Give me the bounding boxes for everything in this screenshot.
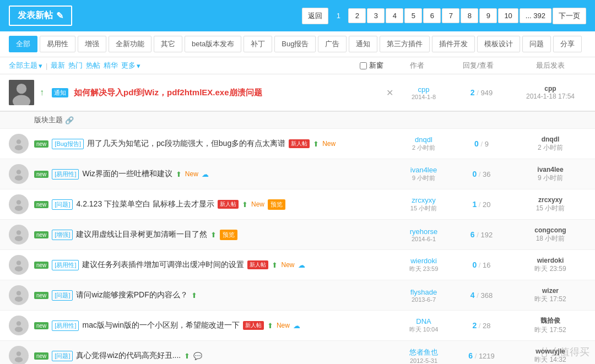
upload-icon: ⬆ [313,140,319,148]
page-1-button[interactable]: 1 [329,8,347,23]
thread-lastpost-time: 昨天 23:59 [515,264,586,274]
thread-title-line: new[增强] 建议用虚线让目录树更加清晰一目了然 ⬆ 预览 [34,230,393,240]
thread-lastpost-time: 昨天 17:52 [515,295,586,304]
thread-views: 9 [485,140,489,148]
thread-author[interactable]: 悠者鱼也 [399,347,448,357]
thread-row: new[问题] 4.2.123 下拉菜单空白 鼠标移上去才显示 新人帖 ⬆ Ne… [0,189,595,220]
tag-new: new [34,201,48,208]
block-topic-icon[interactable]: 🔗 [65,116,74,124]
cloud-icon: ☁ [202,170,209,178]
filter-newest[interactable]: 最新 [51,61,65,70]
tab-patch[interactable]: 补丁 [244,36,272,52]
thread-author-col: flyshade 2013-6-7 [399,288,448,303]
tag-category[interactable]: [问题] [52,351,73,361]
thread-author[interactable]: flyshade [399,288,448,296]
tag-category[interactable]: [Bug报告] [52,139,84,149]
new-text: New [251,200,264,208]
tab-share[interactable]: 分享 [553,36,582,52]
upload-icon: ⬆ [176,170,182,178]
return-button[interactable]: 返回 [302,8,328,24]
thread-author[interactable]: dnqdl [399,135,448,144]
thread-title-line: new[易用性] mac版与win版的一个小区别，希望能改进一下 新人帖 ⬆ N… [34,320,393,331]
tab-beta[interactable]: beta版本发布 [185,36,241,52]
preview-tag[interactable]: 预览 [220,230,237,240]
page-6-button[interactable]: 6 [423,8,441,23]
thread-author[interactable]: zrcxyxy [399,196,448,204]
new-window-label: 新窗 [369,61,383,70]
tag-category[interactable]: [问题] [52,199,73,210]
thread-views: 36 [483,170,490,178]
upload-icon: ⬆ [272,261,278,269]
filter-more[interactable]: 更多 ▾ [121,61,140,70]
tab-usability[interactable]: 易用性 [40,36,75,52]
pinned-date: 2014-1-8 [399,94,448,100]
pinned-author[interactable]: cpp [399,85,448,94]
tab-enhance[interactable]: 增强 [78,36,106,52]
tab-bug[interactable]: Bug报告 [274,36,316,52]
thread-title[interactable]: 建议任务列表插件增加可调弹出缓冲时间的设置 [82,260,244,270]
filter-hot[interactable]: 热门 [68,61,83,70]
page-5-button[interactable]: 5 [404,8,422,23]
thread-content: new[问题] 请问wiz能够搜索PDF的内容么？ ⬆ [34,290,393,301]
thread-author[interactable]: ivan4lee [399,166,448,174]
thread-lastpost-time: 15 小时前 [515,204,586,213]
tag-newuser: 新人帖 [247,260,268,269]
tab-plugin-dev[interactable]: 插件开发 [432,36,475,52]
tab-ad[interactable]: 广告 [318,36,347,52]
tag-category[interactable]: [增强] [52,230,73,240]
thread-author[interactable]: ryehorse [399,227,448,236]
thread-title[interactable]: mac版与win版的一个小区别，希望能改进一下 [82,320,239,330]
svg-point-19 [17,291,21,295]
new-post-button[interactable]: 发表新帖 ✎ [9,6,72,26]
pinned-title[interactable]: 如何解决导入pdf到Wiz，pdf2htmlEX.exe崩溃问题 [74,88,376,98]
ellipsis-button[interactable]: ... 392 [520,8,551,23]
page-8-button[interactable]: 8 [461,8,478,23]
tab-template[interactable]: 模板设计 [477,36,520,52]
new-text: New [281,261,294,269]
filter-all-topics[interactable]: 全部主题 ▾ [9,61,42,70]
thread-lastpost-col: 魏拾俊 昨天 17:52 [515,316,586,335]
thread-title[interactable]: 真心觉得wiz的代码高亮好丑.... [76,351,181,361]
svg-point-16 [17,260,21,265]
upload-icon: ⬆ [210,231,217,239]
tag-category[interactable]: [易用性] [52,169,79,180]
new-window-checkbox[interactable] [360,62,367,69]
filter-sticky[interactable]: 热帖 [86,61,100,70]
thread-title[interactable]: 4.2.123 下拉菜单空白 鼠标移上去才显示 [76,199,214,209]
svg-point-8 [15,175,23,181]
tab-all[interactable]: 全部 [9,36,37,52]
preview-tag[interactable]: 预览 [268,199,285,210]
tab-notice[interactable]: 通知 [349,36,377,52]
pinned-lastpost-time: 2014-1-18 17:54 [515,93,586,100]
thread-author[interactable]: DNA [399,317,448,325]
page-9-button[interactable]: 9 [479,8,497,23]
tag-category[interactable]: [问题] [52,290,73,301]
page-3-button[interactable]: 3 [367,8,385,23]
tag-category[interactable]: [易用性] [52,260,79,270]
next-page-button[interactable]: 下一页 [553,8,586,24]
thread-row: new[增强] 建议用虚线让目录树更加清晰一目了然 ⬆ 预览 ryehorse … [0,220,595,250]
thread-title[interactable]: 用了几天为知笔记，pc段功能强大，但bug多的有点太离谱 [87,139,285,149]
close-button[interactable]: ✕ [386,88,393,98]
thread-author[interactable]: wierdoki [399,257,448,265]
thread-title[interactable]: 建议用虚线让目录树更加清晰一目了然 [76,230,207,240]
page-7-button[interactable]: 7 [442,8,459,23]
svg-point-17 [15,266,23,271]
thread-views: 28 [483,322,490,330]
page-2-button[interactable]: 2 [348,8,366,23]
thread-replies-col: 0 / 9 [454,139,509,148]
thread-lastpost-col: congcong 18 小时前 [515,226,586,243]
tab-third-party[interactable]: 第三方插件 [380,36,430,52]
tag-newuser: 新人帖 [289,139,310,148]
tag-category[interactable]: [易用性] [52,320,79,331]
svg-point-14 [15,236,23,241]
thread-title[interactable]: 请问wiz能够搜索PDF的内容么？ [76,290,187,300]
thread-author-col: ryehorse 2014-6-1 [399,227,448,242]
tab-question[interactable]: 问题 [522,36,551,52]
tab-other[interactable]: 其它 [154,36,182,52]
page-10-button[interactable]: 10 [498,8,518,23]
tab-new-features[interactable]: 全新功能 [109,36,152,52]
thread-title[interactable]: Wiz界面的一些吐槽和建议 [82,169,172,179]
filter-featured[interactable]: 精华 [104,61,118,70]
page-4-button[interactable]: 4 [386,8,403,23]
